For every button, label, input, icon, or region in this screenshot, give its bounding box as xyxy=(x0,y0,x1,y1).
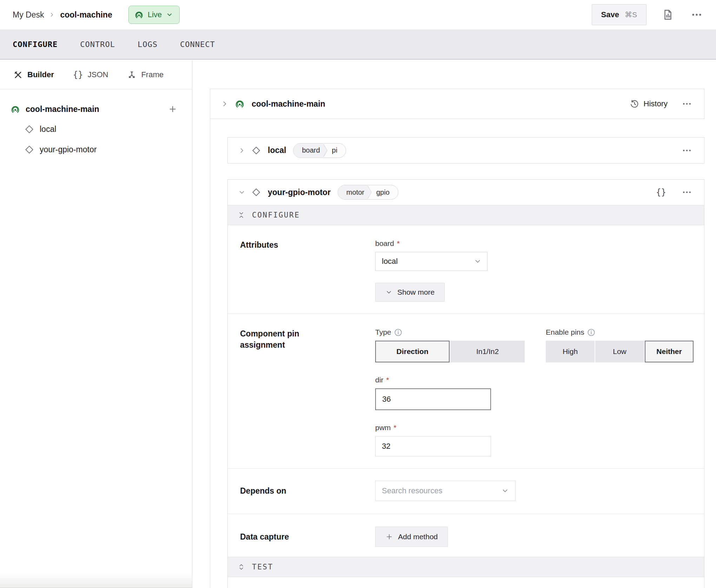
broadcast-icon xyxy=(134,10,144,19)
config-canvas: cool-machine-main History xyxy=(192,60,716,588)
tree-item-your-gpio-motor[interactable]: your-gpio-motor xyxy=(0,139,192,160)
gpio-motor-card-header: your-gpio-motor motor gpio {} xyxy=(228,180,704,205)
board-select-value: local xyxy=(382,257,398,266)
chevron-down-icon[interactable] xyxy=(238,189,245,196)
type-option-direction[interactable]: Direction xyxy=(375,341,450,362)
diamond-icon xyxy=(252,188,261,197)
history-label: History xyxy=(644,99,668,108)
resource-type-badge: motor gpio xyxy=(338,185,398,200)
machine-tab-bar: CONFIGURE CONTROL LOGS CONNECT xyxy=(0,29,716,60)
topbar-actions: Save ⌘S xyxy=(592,4,704,25)
history-icon xyxy=(630,99,639,109)
breadcrumb-parent[interactable]: My Desk xyxy=(13,10,44,20)
machine-report-button[interactable] xyxy=(661,7,675,22)
required-marker: * xyxy=(386,376,389,384)
tab-connect[interactable]: CONNECT xyxy=(180,40,215,49)
tree-item-machine-part[interactable]: cool-machine-main xyxy=(0,99,192,119)
enable-pins-toggle-group: High Low Neither xyxy=(546,341,694,362)
pwm-input[interactable] xyxy=(375,436,491,456)
resource-type-badge: board pi xyxy=(293,143,346,158)
add-method-button[interactable]: Add method xyxy=(375,527,448,547)
machine-menu-button[interactable] xyxy=(689,7,704,22)
chevron-down-icon xyxy=(385,289,392,296)
ellipsis-icon xyxy=(682,145,692,156)
enable-option-high[interactable]: High xyxy=(546,341,595,362)
data-capture-heading: Data capture xyxy=(240,531,321,542)
part-menu-button[interactable] xyxy=(680,97,694,111)
tree-item-label: local xyxy=(40,125,56,134)
save-button[interactable]: Save ⌘S xyxy=(592,4,647,25)
view-json-button[interactable]: {} xyxy=(655,186,668,199)
hierarchy-spine xyxy=(210,119,210,588)
breadcrumb-separator-icon xyxy=(49,12,55,18)
configure-section-bar[interactable]: CONFIGURE xyxy=(228,205,704,225)
tab-logs[interactable]: LOGS xyxy=(138,40,158,49)
dir-field-label: dir * xyxy=(375,376,694,384)
save-label: Save xyxy=(601,10,619,19)
info-icon[interactable] xyxy=(587,328,595,336)
add-resource-button[interactable] xyxy=(168,105,177,114)
tab-control[interactable]: CONTROL xyxy=(80,40,115,49)
depends-on-select[interactable]: Search resources xyxy=(375,481,516,501)
ellipsis-icon xyxy=(682,99,692,109)
live-status-button[interactable]: Live xyxy=(128,6,180,24)
chevron-right-icon[interactable] xyxy=(238,147,245,154)
tree-item-label: your-gpio-motor xyxy=(40,145,97,154)
view-json[interactable]: {} JSON xyxy=(73,70,108,80)
badge-model: pi xyxy=(328,143,346,158)
local-board-card-header: local board pi xyxy=(228,138,704,163)
chevron-right-icon[interactable] xyxy=(221,100,228,108)
enable-option-neither[interactable]: Neither xyxy=(645,341,694,362)
ellipsis-icon xyxy=(682,187,692,198)
machine-part-card: cool-machine-main History xyxy=(210,89,704,119)
save-shortcut: ⌘S xyxy=(625,11,637,19)
gpio-motor-card: your-gpio-motor motor gpio {} xyxy=(227,179,704,588)
pwm-field-label: pwm * xyxy=(375,423,694,432)
workspace: Builder {} JSON Frame xyxy=(0,60,716,588)
add-method-label: Add method xyxy=(398,533,438,541)
test-section-label: TEST xyxy=(252,563,273,571)
view-switcher: Builder {} JSON Frame xyxy=(0,60,192,89)
view-json-label: JSON xyxy=(88,70,108,79)
breadcrumb-current: cool-machine xyxy=(60,10,112,20)
resource-menu-button[interactable] xyxy=(680,186,694,199)
view-frame-label: Frame xyxy=(141,70,164,79)
show-more-button[interactable]: Show more xyxy=(375,283,445,302)
tab-configure[interactable]: CONFIGURE xyxy=(13,40,58,49)
configure-section-label: CONFIGURE xyxy=(252,211,300,219)
view-frame[interactable]: Frame xyxy=(127,70,164,80)
type-label: Type xyxy=(375,328,525,336)
tree-item-label: cool-machine-main xyxy=(26,105,99,114)
history-button[interactable]: History xyxy=(630,99,668,109)
dir-input[interactable] xyxy=(375,388,491,410)
enable-option-low[interactable]: Low xyxy=(595,341,644,362)
show-more-label: Show more xyxy=(397,288,435,296)
curly-braces-icon: {} xyxy=(73,70,83,80)
document-chart-icon xyxy=(662,9,674,21)
live-status-label: Live xyxy=(148,10,162,19)
required-marker: * xyxy=(393,423,396,432)
resource-menu-button[interactable] xyxy=(680,144,694,157)
enable-pins-group: Enable pins High Low Neither xyxy=(546,328,694,362)
type-option-in1in2[interactable]: In1/In2 xyxy=(450,341,525,362)
attributes-section: Attributes board * local xyxy=(228,225,704,314)
test-section-bar[interactable]: TEST xyxy=(228,557,704,577)
plus-icon xyxy=(385,533,393,541)
view-builder[interactable]: Builder xyxy=(13,70,54,80)
ellipsis-icon xyxy=(691,9,703,21)
depends-on-placeholder: Search resources xyxy=(382,486,442,495)
expand-icon xyxy=(238,562,244,572)
diamond-icon xyxy=(25,145,34,154)
tree-item-local[interactable]: local xyxy=(0,119,192,139)
top-bar: My Desk cool-machine Live Save ⌘S xyxy=(0,0,716,29)
card-title: local xyxy=(268,146,286,155)
board-select[interactable]: local xyxy=(375,252,488,271)
diamond-icon xyxy=(252,146,261,155)
pin-assignment-section: Component pin assignment Type Directi xyxy=(228,314,704,469)
depends-on-heading: Depends on xyxy=(240,485,321,496)
board-field-label: board * xyxy=(375,239,694,248)
info-icon[interactable] xyxy=(394,328,402,336)
machine-part-icon xyxy=(235,99,245,109)
attributes-heading: Attributes xyxy=(240,239,321,302)
type-group: Type Direction In1/In2 xyxy=(375,328,525,362)
